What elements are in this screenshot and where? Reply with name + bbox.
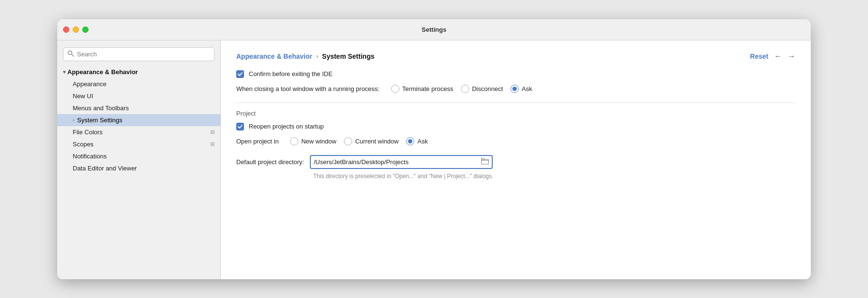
project-section-heading: Project	[236, 110, 795, 117]
sidebar-item-label: Data Editor and Viewer	[73, 165, 137, 172]
radio-current-window-label: Current window	[355, 138, 398, 145]
settings-window: Settings ▾ Appearance & Behavior	[57, 19, 811, 279]
sidebar-item-system-settings[interactable]: › System Settings	[57, 114, 220, 126]
sidebar-item-label: File Colors	[73, 129, 102, 136]
breadcrumb-separator: ›	[316, 52, 318, 60]
sidebar-item-label: New UI	[73, 92, 93, 100]
open-project-label: Open project in	[236, 138, 279, 145]
radio-current-window-circle[interactable]	[344, 137, 352, 145]
window-title: Settings	[421, 26, 446, 33]
dir-hint: This directory is preselected in "Open..…	[313, 173, 795, 180]
radio-disconnect-label: Disconnect	[472, 85, 503, 92]
sidebar: ▾ Appearance & Behavior Appearance New U…	[57, 40, 221, 279]
default-dir-row: Default project directory:	[236, 155, 795, 169]
file-colors-badge: ⊟	[210, 129, 215, 135]
open-project-radio-row: Open project in New window Current windo…	[236, 137, 795, 145]
tool-window-radio-row: When closing a tool window with a runnin…	[236, 85, 795, 93]
radio-ask-1-label: Ask	[522, 85, 532, 92]
radio-terminate-label: Terminate process	[402, 85, 453, 92]
radio-terminate[interactable]: Terminate process	[391, 85, 453, 93]
svg-line-1	[72, 54, 74, 56]
breadcrumb-parent[interactable]: Appearance & Behavior	[236, 52, 312, 60]
close-button[interactable]	[63, 26, 69, 33]
sidebar-item-label: Notifications	[73, 153, 107, 160]
maximize-button[interactable]	[82, 26, 89, 33]
radio-new-window-circle[interactable]	[290, 137, 298, 145]
breadcrumb-current: System Settings	[322, 52, 374, 60]
radio-ask-2[interactable]: Ask	[406, 137, 428, 145]
traffic-lights	[63, 26, 89, 33]
radio-ask-2-circle[interactable]	[406, 137, 414, 145]
tool-window-label: When closing a tool window with a runnin…	[236, 85, 380, 92]
default-dir-label: Default project directory:	[236, 158, 304, 166]
sidebar-item-label: Appearance	[73, 80, 106, 88]
chevron-down-icon: ▾	[63, 69, 65, 75]
minimize-button[interactable]	[73, 26, 79, 33]
radio-disconnect-circle[interactable]	[461, 85, 469, 93]
search-box[interactable]	[63, 47, 215, 61]
confirm-exit-row: Confirm before exiting the IDE	[236, 70, 795, 78]
sidebar-item-data-editor[interactable]: Data Editor and Viewer	[57, 162, 220, 174]
folder-icon[interactable]	[481, 158, 489, 166]
radio-ask-1-circle[interactable]	[511, 85, 519, 93]
radio-new-window-label: New window	[301, 138, 336, 145]
reset-button[interactable]: Reset	[750, 52, 768, 60]
nav-forward-button[interactable]: →	[788, 52, 795, 61]
confirm-exit-label: Confirm before exiting the IDE	[249, 70, 332, 78]
sidebar-item-scopes[interactable]: Scopes ⊟	[57, 138, 220, 150]
main-content: ▾ Appearance & Behavior Appearance New U…	[57, 40, 811, 279]
breadcrumb: Appearance & Behavior › System Settings …	[236, 52, 795, 61]
sidebar-item-menus-toolbars[interactable]: Menus and Toolbars	[57, 102, 220, 114]
radio-terminate-circle[interactable]	[391, 85, 399, 93]
scopes-badge: ⊟	[210, 141, 215, 147]
radio-disconnect[interactable]: Disconnect	[461, 85, 503, 93]
radio-new-window[interactable]: New window	[290, 137, 336, 145]
sidebar-item-label: Menus and Toolbars	[73, 104, 129, 112]
chevron-right-icon: ›	[73, 117, 74, 123]
confirm-exit-checkbox[interactable]	[236, 70, 244, 78]
sidebar-item-new-ui[interactable]: New UI	[57, 90, 220, 102]
reopen-projects-row: Reopen projects on startup	[236, 123, 795, 130]
radio-ask-1[interactable]: Ask	[511, 85, 532, 93]
radio-ask-2-label: Ask	[417, 138, 428, 145]
dir-input-wrapper[interactable]	[310, 155, 493, 169]
sidebar-item-file-colors[interactable]: File Colors ⊟	[57, 126, 220, 138]
content-panel: Appearance & Behavior › System Settings …	[221, 40, 811, 279]
search-input[interactable]	[77, 51, 210, 58]
sidebar-item-appearance[interactable]: Appearance	[57, 78, 220, 90]
reopen-projects-checkbox[interactable]	[236, 123, 244, 130]
titlebar: Settings	[57, 19, 811, 40]
sidebar-section-appearance-behavior[interactable]: ▾ Appearance & Behavior	[57, 66, 220, 78]
radio-current-window[interactable]: Current window	[344, 137, 398, 145]
reopen-projects-label: Reopen projects on startup	[249, 123, 324, 130]
sidebar-item-label: System Settings	[77, 117, 122, 124]
sidebar-item-label: Scopes	[73, 141, 93, 148]
search-icon	[67, 50, 74, 58]
svg-point-0	[68, 51, 72, 54]
project-divider	[236, 103, 795, 103]
sidebar-item-notifications[interactable]: Notifications	[57, 150, 220, 162]
dir-input[interactable]	[314, 158, 478, 166]
nav-back-button[interactable]: ←	[774, 52, 782, 61]
sidebar-section-label: Appearance & Behavior	[67, 68, 138, 76]
breadcrumb-actions: Reset ← →	[750, 52, 795, 61]
